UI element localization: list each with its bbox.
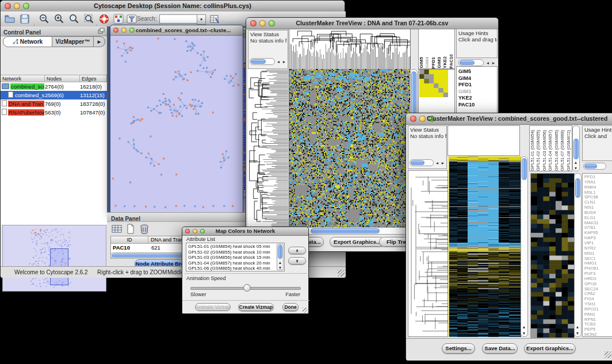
labels-vscrollbar[interactable] (572, 125, 580, 171)
minimize-button[interactable] (419, 116, 426, 122)
done-button[interactable]: Done (282, 303, 299, 311)
scroll-down-icon[interactable] (277, 265, 283, 270)
network-tree-row[interactable]: combined_sco 2569(6) 13112(15) (1, 91, 107, 99)
network-tree-row[interactable]: RNAPuberNov2+ 563(0) 107847(0) (1, 108, 107, 117)
export-graphics-button[interactable]: Export Graphics... (524, 343, 576, 354)
view-status-scrollbar[interactable] (410, 159, 434, 166)
zoom-out-icon[interactable] (39, 13, 50, 25)
open-folder-icon[interactable] (4, 13, 16, 25)
treeview-clustered-titlebar[interactable]: ClusterMaker TreeView : combined_scores_… (406, 113, 612, 125)
column-header-network[interactable]: Network (1, 75, 45, 82)
help-lifering-icon[interactable] (98, 13, 110, 25)
scroll-left-icon[interactable] (434, 160, 440, 166)
scroll-up-icon[interactable] (521, 324, 527, 330)
gene-label[interactable]: MON2 (583, 332, 612, 337)
new-attribute-icon[interactable] (125, 224, 137, 235)
column-label[interactable]: GIM3 (437, 57, 442, 68)
scroll-down-icon[interactable] (573, 165, 579, 171)
column-dendrogram-canvas[interactable] (289, 29, 411, 70)
list-vscrollbar[interactable] (277, 244, 284, 270)
save-data-button[interactable]: Save Data... (482, 343, 518, 354)
dialog-titlebar[interactable]: Map Colors to Network (182, 227, 308, 236)
tab-network[interactable]: Network (3, 36, 52, 47)
scroll-down-icon[interactable] (521, 330, 527, 336)
heatmap-vscrollbar[interactable] (521, 156, 528, 337)
gene-label[interactable]: PFD1 (457, 82, 497, 89)
filter-icon[interactable] (126, 13, 137, 25)
column-label[interactable]: GPL51-04 (GSM857) (548, 130, 553, 171)
usage-hints-scrollbar[interactable] (458, 59, 484, 66)
minimize-button[interactable] (121, 28, 127, 33)
close-button[interactable] (113, 28, 118, 33)
zoom-button[interactable] (129, 28, 135, 33)
birdseye-view[interactable] (2, 225, 106, 292)
zoom-fit-icon[interactable] (83, 13, 95, 25)
table-icon[interactable] (112, 224, 123, 235)
column-label[interactable]: GPL51-07 (GSM868) (560, 130, 565, 171)
annotation-icon[interactable] (113, 13, 124, 25)
treeview-dna-titlebar[interactable]: ClusterMaker TreeView : DNA and Tran 07-… (246, 18, 498, 29)
column-label[interactable]: GIM5 (419, 57, 424, 68)
scroll-left-icon[interactable] (276, 59, 281, 65)
view-status-scrollbar[interactable] (250, 58, 275, 65)
scroll-right-icon[interactable] (491, 60, 496, 66)
network-canvas[interactable] (110, 36, 242, 212)
column-label[interactable]: GPL51-08 (GSM872) (566, 130, 572, 171)
row-dendrogram-canvas[interactable] (408, 170, 448, 337)
tab-overflow-button[interactable]: ▶ (94, 36, 105, 47)
zoom-matrix-canvas[interactable] (419, 70, 448, 97)
column-label[interactable]: YKE2 (442, 56, 448, 68)
delete-attribute-icon[interactable] (139, 224, 151, 235)
column-label[interactable]: GIM4 (424, 57, 430, 68)
column-label[interactable]: PAC10 (449, 54, 454, 68)
gene-label[interactable]: GIM3 (457, 89, 497, 95)
table-header-id[interactable]: ID (111, 236, 148, 244)
gene-label[interactable]: YKE2 (457, 95, 497, 102)
column-label[interactable]: PFD1 (431, 57, 437, 68)
move-down-button[interactable]: ∨ (288, 257, 306, 265)
slider-thumb[interactable] (243, 284, 251, 292)
attribute-list-item[interactable]: GPL51-02 (GSM855) heat shock 10 min (186, 250, 284, 255)
resize-grip[interactable] (303, 308, 308, 313)
column-label[interactable]: GPL51-06 (GSM865) (554, 130, 560, 171)
gene-label[interactable]: GIM5 (457, 68, 497, 75)
save-icon[interactable] (19, 13, 30, 25)
birdseye-canvas[interactable] (3, 225, 105, 290)
scroll-left-icon[interactable] (485, 60, 491, 66)
main-titlebar[interactable]: Cytoscape Desktop (Session Name: collins… (1, 1, 345, 12)
scroll-right-icon[interactable] (440, 160, 446, 166)
scroll-up-icon[interactable] (575, 324, 580, 330)
network-view-titlebar[interactable]: combined_scores_good.txt--cluste... (110, 25, 243, 36)
usage-hints-scrollbar[interactable] (583, 163, 606, 170)
attribute-list-item[interactable]: GPL51-03 (GSM856) heat shock 15 min (186, 255, 284, 260)
row-dendrogram-canvas[interactable] (248, 69, 288, 227)
clustered-heatmap-canvas[interactable] (449, 156, 521, 337)
column-label[interactable]: GPL51-03 (GSM856) (542, 130, 548, 171)
attribute-list-item[interactable]: GPL51-06 (GSM865) heat shock 40 min (186, 266, 284, 271)
zoom-vscrollbar[interactable] (574, 173, 582, 337)
animate-vizmap-button[interactable]: Animate Vizmap (195, 303, 231, 311)
tab-vizmapper[interactable]: VizMapper™ (52, 36, 94, 47)
settings-button[interactable]: Settings... (442, 343, 475, 354)
zoom-heatmap-canvas[interactable] (530, 173, 575, 338)
column-header-nodes[interactable]: Nodes (45, 75, 80, 82)
move-up-button[interactable]: ∧ (288, 247, 306, 254)
close-button[interactable] (410, 116, 416, 122)
attribute-browser-icon[interactable] (209, 13, 220, 25)
scroll-right-icon[interactable] (281, 59, 287, 65)
export-graphics-button[interactable]: Export Graphics... (330, 237, 385, 247)
gene-label[interactable]: GIM4 (457, 75, 497, 82)
column-label[interactable]: GPL51-02 (GSM855) (536, 130, 541, 171)
network-tree-row[interactable]: combined_scores 2764(0) 16218(0) (1, 82, 107, 91)
scroll-down-icon[interactable] (575, 330, 580, 336)
search-dropdown-button[interactable]: ▼ (197, 14, 206, 25)
column-header-edges[interactable]: Edges (80, 75, 107, 82)
gene-label[interactable]: PAC10 (457, 102, 497, 109)
resize-grip[interactable] (338, 270, 345, 277)
attribute-list-item[interactable]: GPL51-01 (GSM854) heat shock 05 min (186, 244, 284, 250)
column-label[interactable]: GPL51-01 (GSM854) (530, 130, 536, 171)
network-tree-row[interactable]: DNA and Tran 07 769(0) 183728(0) (1, 99, 107, 108)
resize-grip[interactable] (605, 351, 611, 358)
search-input[interactable] (159, 14, 197, 24)
zoom-in-icon[interactable] (53, 13, 65, 25)
